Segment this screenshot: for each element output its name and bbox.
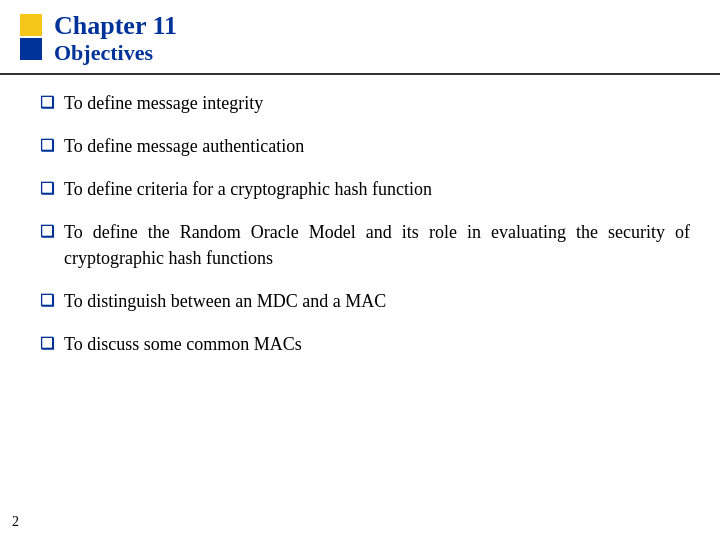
list-item: ❑ To define message authentication [40, 134, 690, 159]
objective-text: To define criteria for a cryptographic h… [64, 177, 432, 202]
page-header: Chapter 11 Objectives [0, 0, 720, 75]
bullet-icon: ❑ [40, 136, 54, 155]
header-icon-group [20, 14, 42, 60]
list-item: ❑ To distinguish between an MDC and a MA… [40, 289, 690, 314]
list-item: ❑ To define criteria for a cryptographic… [40, 177, 690, 202]
bullet-icon: ❑ [40, 334, 54, 353]
bullet-icon: ❑ [40, 179, 54, 198]
chapter-title: Chapter 11 [54, 12, 177, 41]
list-item: ❑ To define message integrity [40, 91, 690, 116]
list-item: ❑ To discuss some common MACs [40, 332, 690, 357]
objective-text: To define the Random Oracle Model and it… [64, 220, 690, 270]
objective-text: To define message integrity [64, 91, 263, 116]
list-item: ❑ To define the Random Oracle Model and … [40, 220, 690, 270]
objective-text: To define message authentication [64, 134, 304, 159]
yellow-square-icon [20, 14, 42, 36]
objective-text: To discuss some common MACs [64, 332, 302, 357]
chapter-subtitle: Objectives [54, 41, 177, 65]
bullet-icon: ❑ [40, 93, 54, 112]
bullet-icon: ❑ [40, 222, 54, 241]
objectives-content: ❑ To define message integrity ❑ To defin… [0, 81, 720, 385]
blue-square-icon [20, 38, 42, 60]
header-text-group: Chapter 11 Objectives [54, 12, 177, 65]
objective-text: To distinguish between an MDC and a MAC [64, 289, 386, 314]
page-number: 2 [12, 514, 19, 530]
bullet-icon: ❑ [40, 291, 54, 310]
